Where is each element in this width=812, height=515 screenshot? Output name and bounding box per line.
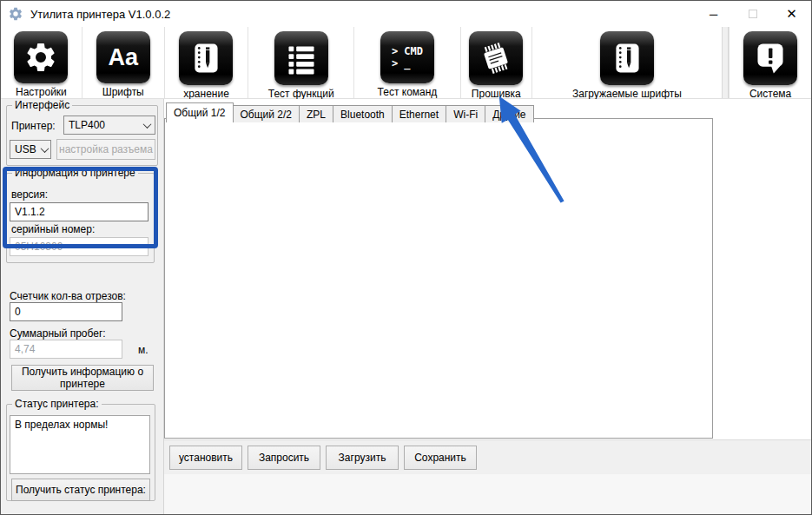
serial-label: серийный номер: [11,223,95,235]
maximize-icon [749,10,757,18]
tab-panel [164,118,713,439]
port-config-button: настройка разъема [56,139,155,160]
tab[interactable]: Общий 2/2 [233,105,300,122]
app-window: Утилита принтера V1.0.0.2 ─ ✕ Настройки … [0,0,812,515]
bottom-toolbar: установить Запросить Загрузить Сохранить [164,439,812,474]
toolbar-label: Прошивка [472,88,521,100]
alert-bubble-icon [743,31,797,85]
printer-label: Принтер: [11,120,56,132]
toolbar-button-settings[interactable]: Настройки [1,27,82,98]
toolbar-spacer [722,27,729,98]
get-printer-status-button[interactable]: Получить статус принтера: [11,479,150,501]
toolbar-label: хранение [183,88,229,100]
tab[interactable]: Bluetooth [333,105,393,122]
chip-icon [469,31,523,85]
toolbar-button-fonts[interactable]: Aa Шрифты [82,27,164,98]
cut-counter-field[interactable]: 0 [10,302,122,321]
cmd-icon: > CMD> _ [380,31,434,83]
bottom-button[interactable]: Загрузить [326,446,399,470]
tab[interactable]: ZPL [299,105,333,122]
group-title: Статус принтера: [12,398,102,410]
toolbar-label: Тест команд [378,86,438,98]
close-button[interactable]: ✕ [772,1,811,27]
toolbar-button-loadable-fonts[interactable]: Загружаемые шрифты [531,27,723,98]
printer-status-field[interactable]: В пределах нормы! [10,415,150,474]
bottom-button[interactable]: Запросить [248,446,320,470]
chevron-down-icon [143,120,152,129]
toolbar-label: Система [749,88,791,100]
title-bar: Утилита принтера V1.0.0.2 ─ ✕ [1,1,811,27]
list-icon [274,31,328,85]
bottom-margin [164,474,812,515]
printer-select[interactable]: TLP400 [63,116,155,135]
sidebar: Интерфейс Принтер: TLP400 USB настройка … [1,99,164,515]
notebook-pencil-icon [179,31,233,85]
notebook-pencil-icon [600,31,654,85]
toolbar-button-firmware[interactable]: Прошивка [460,27,531,98]
bottom-button[interactable]: Сохранить [404,446,477,470]
tab[interactable]: Другие [485,105,533,122]
app-gear-icon [8,6,23,22]
tab[interactable]: Ethernet [392,105,446,122]
toolbar-button-command-test[interactable]: > CMD> _ Тест команд [353,27,460,98]
tab[interactable]: Wi-Fi [446,105,485,122]
group-title: Информация о принтере [12,167,138,179]
cut-counter-label: Счетчик кол-ва отрезов: [10,290,126,302]
chevron-down-icon [40,144,49,153]
version-field[interactable]: V1.1.2 [10,202,149,221]
window-title: Утилита принтера V1.0.0.2 [30,8,170,21]
gear-icon [14,31,68,83]
toolbar-button-system[interactable]: Система [729,27,811,98]
group-title: Интерфейс [12,99,72,111]
toolbar-label: Загружаемые шрифты [572,88,682,100]
mileage-field: 4,74 [10,340,122,359]
mileage-label: Суммарный пробег: [10,327,106,340]
minimize-button[interactable]: ─ [694,1,733,27]
toolbar-button-storage[interactable]: хранение [164,27,248,98]
port-select[interactable]: USB [10,140,51,159]
toolbar: Настройки Aa Шрифты хранение Тест функци… [1,27,811,99]
get-printer-info-button[interactable]: Получить информацию о принтере [11,365,154,391]
tab[interactable]: Общий 1/2 [166,102,234,122]
version-label: версия: [11,188,48,201]
serial-field: 05H10309 [10,237,149,256]
fonts-icon: Aa [96,31,150,83]
toolbar-label: Шрифты [102,86,144,98]
tab-bar: Общий 1/2 Общий 2/2 ZPL Bluetooth Ethern… [166,102,533,122]
toolbar-label: Тест функций [268,88,334,100]
toolbar-label: Настройки [16,86,67,98]
bottom-button[interactable]: установить [169,446,242,470]
toolbar-button-function-test[interactable]: Тест функций [248,27,353,98]
mileage-unit: м. [138,344,149,356]
maximize-button [733,1,772,27]
